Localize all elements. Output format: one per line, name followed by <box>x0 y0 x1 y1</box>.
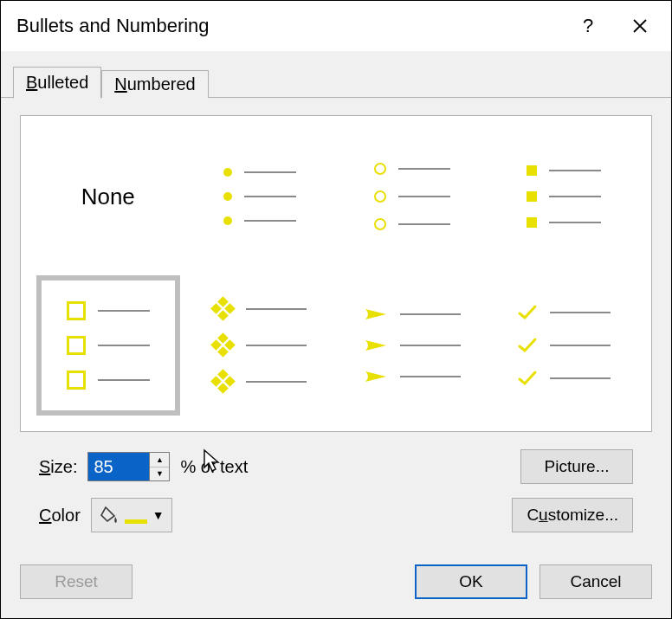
close-button[interactable] <box>614 1 666 51</box>
chevron-down-icon: ▼ <box>152 508 165 522</box>
dot-icon <box>223 192 232 201</box>
help-button[interactable]: ? <box>562 1 614 51</box>
size-step-up[interactable]: ▲ <box>150 453 169 467</box>
reset-button[interactable]: Reset <box>20 564 132 599</box>
square-icon <box>527 191 537 202</box>
arrow-icon <box>364 338 388 353</box>
bullet-option-diamonds[interactable] <box>189 275 333 416</box>
check-icon <box>517 337 538 354</box>
size-input[interactable] <box>88 453 149 480</box>
dialog-title: Bullets and Numbering <box>16 15 562 37</box>
size-spinner[interactable]: ▲ ▼ <box>87 452 170 481</box>
none-label: None <box>81 184 135 210</box>
arrow-icon <box>364 306 388 322</box>
box-icon <box>67 301 86 320</box>
color-picker[interactable]: ▼ <box>91 498 172 532</box>
bullet-gallery: None <box>20 115 652 432</box>
circle-icon <box>374 218 386 230</box>
cancel-button[interactable]: Cancel <box>540 564 652 599</box>
box-icon <box>67 371 86 390</box>
color-swatch <box>125 519 147 524</box>
customize-button[interactable]: Customize... <box>512 498 633 532</box>
dot-icon <box>223 216 232 225</box>
customize-row: Customize... <box>336 498 633 532</box>
controls: Size: ▲ ▼ % of text Picture... <box>20 432 652 532</box>
size-row: Size: ▲ ▼ % of text <box>39 449 336 484</box>
circle-icon <box>374 163 386 175</box>
size-step-down[interactable]: ▼ <box>150 467 169 481</box>
bullet-option-check[interactable] <box>493 275 636 416</box>
square-icon <box>527 217 537 228</box>
circle-icon <box>374 190 386 203</box>
bullet-option-arrow[interactable] <box>340 275 484 416</box>
tab-numbered-label: umbered <box>127 74 196 93</box>
ok-button[interactable]: OK <box>415 564 527 599</box>
footer: Reset OK Cancel <box>1 547 671 618</box>
diamonds-icon <box>213 299 234 319</box>
diamonds-icon <box>213 335 234 356</box>
help-icon: ? <box>583 15 593 37</box>
bullet-option-circle[interactable] <box>340 126 484 267</box>
dot-icon <box>223 168 232 177</box>
picture-button[interactable]: Picture... <box>520 449 633 484</box>
tab-numbered[interactable]: Numbered <box>101 70 208 98</box>
size-suffix: % of text <box>180 457 248 477</box>
bullet-option-box[interactable] <box>36 275 180 416</box>
check-icon <box>517 304 538 321</box>
arrow-icon <box>364 369 388 384</box>
bullet-option-dot[interactable] <box>189 126 333 267</box>
box-icon <box>67 336 86 355</box>
color-label: Color <box>39 506 81 526</box>
color-row: Color ▼ <box>39 498 336 532</box>
tabs: Bulleted Numbered <box>1 51 671 98</box>
bullet-option-square[interactable] <box>493 126 636 267</box>
picture-row: Picture... <box>336 449 633 484</box>
tab-bulleted-label: ulleted <box>37 73 88 92</box>
size-label: Size: <box>39 457 77 477</box>
close-icon <box>632 18 648 34</box>
square-icon <box>527 165 537 176</box>
diamonds-icon <box>213 371 234 392</box>
check-icon <box>517 370 538 387</box>
client-area: Bulleted Numbered None <box>1 51 671 618</box>
tab-bulleted[interactable]: Bulleted <box>13 67 101 99</box>
titlebar: Bullets and Numbering ? <box>1 1 671 51</box>
bulleted-panel: None <box>1 98 671 547</box>
bullets-numbering-dialog: Bullets and Numbering ? Bulleted Numbere… <box>0 0 672 619</box>
paint-bucket-icon <box>99 506 120 525</box>
bullet-option-none[interactable]: None <box>36 126 180 267</box>
